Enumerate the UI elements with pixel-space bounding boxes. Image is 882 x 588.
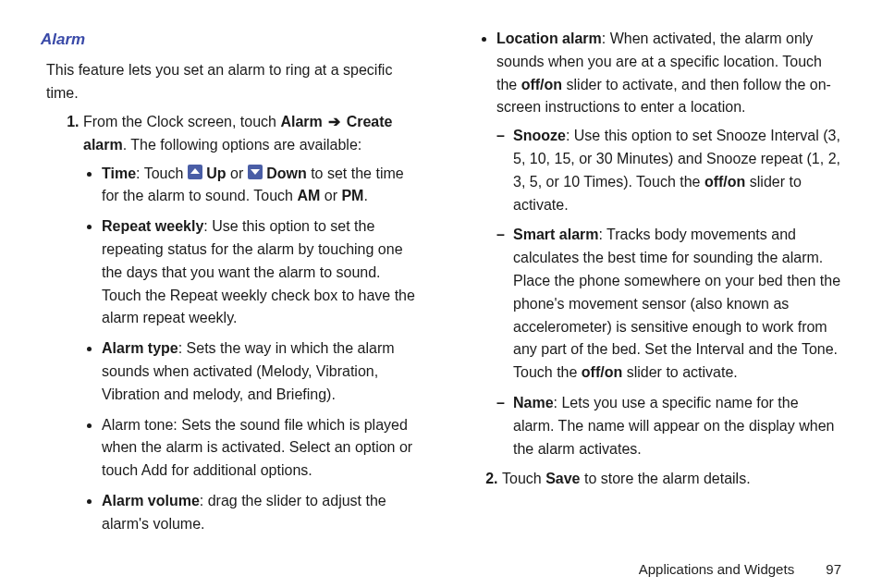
option-repeat: Repeat weekly: Use this option to set th… bbox=[102, 215, 423, 330]
name-text: : Lets you use a specific name for the a… bbox=[513, 395, 834, 457]
sub-options: Snooze: Use this option to set Snooze In… bbox=[496, 125, 841, 460]
time-t5: . bbox=[363, 188, 367, 203]
up-arrow-icon bbox=[188, 165, 202, 179]
intro-text: This feature lets you set an alarm to ri… bbox=[46, 59, 423, 105]
step2-save: Save bbox=[545, 471, 580, 486]
smart-offon: off/on bbox=[582, 364, 622, 380]
repeat-label: Repeat weekly bbox=[102, 218, 203, 234]
step1-post: . The following options are available: bbox=[123, 137, 362, 153]
atype-label: Alarm type bbox=[102, 340, 178, 356]
loc-offon: off/on bbox=[521, 77, 562, 92]
smart-label: Smart alarm bbox=[513, 227, 599, 242]
option-alarm-type: Alarm type: Sets the way in which the al… bbox=[102, 337, 423, 406]
time-t1: : Touch bbox=[136, 165, 188, 181]
right-column: Location alarm: When activated, the alar… bbox=[459, 28, 841, 543]
option-smart-alarm: Smart alarm: Tracks body movements and c… bbox=[496, 224, 841, 385]
smart-t2: slider to activate. bbox=[622, 364, 738, 380]
section-heading: Alarm bbox=[41, 28, 423, 52]
page-footer: Applications and Widgets 97 bbox=[41, 543, 841, 577]
columns: Alarm This feature lets you set an alarm… bbox=[41, 28, 841, 543]
step-2: Touch Save to store the alarm details. bbox=[502, 468, 841, 491]
name-label: Name bbox=[513, 395, 554, 410]
page: Alarm This feature lets you set an alarm… bbox=[0, 0, 882, 588]
smart-t1: : Tracks body movements and calculates t… bbox=[513, 227, 840, 380]
time-down: Down bbox=[266, 165, 307, 181]
step-list-2: Touch Save to store the alarm details. bbox=[459, 468, 841, 491]
time-t4: or bbox=[320, 188, 341, 203]
time-t2: or bbox=[227, 165, 248, 181]
option-snooze: Snooze: Use this option to set Snooze In… bbox=[496, 125, 841, 216]
arrow-right-icon: ➔ bbox=[328, 114, 340, 129]
snooze-offon: off/on bbox=[704, 174, 745, 190]
avol-label: Alarm volume bbox=[102, 493, 200, 508]
step-1: From the Clock screen, touch Alarm ➔ Cre… bbox=[83, 111, 423, 536]
option-name: Name: Lets you use a specific name for t… bbox=[496, 392, 841, 460]
option-alarm-tone: Alarm tone: Sets the sound file which is… bbox=[102, 414, 423, 483]
time-up: Up bbox=[206, 165, 226, 181]
time-pm: PM bbox=[341, 188, 363, 203]
option-location-alarm: Location alarm: When activated, the alar… bbox=[496, 28, 841, 460]
step1-alarm: Alarm bbox=[280, 114, 322, 129]
option-time: Time: Touch Up or Down to set the time f… bbox=[102, 163, 423, 209]
down-arrow-icon bbox=[248, 165, 263, 179]
step2-t2: to store the alarm details. bbox=[581, 471, 751, 486]
option-alarm-volume: Alarm volume: drag the slider to adjust … bbox=[102, 490, 423, 536]
step1-pre: From the Clock screen, touch bbox=[83, 114, 280, 129]
repeat-text: : Use this option to set the repeating s… bbox=[102, 218, 415, 325]
options-list-left: Time: Touch Up or Down to set the time f… bbox=[83, 163, 423, 536]
left-column: Alarm This feature lets you set an alarm… bbox=[41, 28, 423, 543]
step2-t1: Touch bbox=[502, 471, 545, 486]
time-label: Time bbox=[102, 165, 136, 181]
time-am: AM bbox=[297, 188, 320, 203]
loc-label: Location alarm bbox=[496, 31, 602, 46]
snooze-label: Snooze bbox=[513, 128, 566, 143]
options-list-right: Location alarm: When activated, the alar… bbox=[459, 28, 841, 460]
step-list: From the Clock screen, touch Alarm ➔ Cre… bbox=[41, 111, 423, 536]
footer-page-number: 97 bbox=[826, 561, 841, 577]
footer-section: Applications and Widgets bbox=[639, 561, 794, 577]
